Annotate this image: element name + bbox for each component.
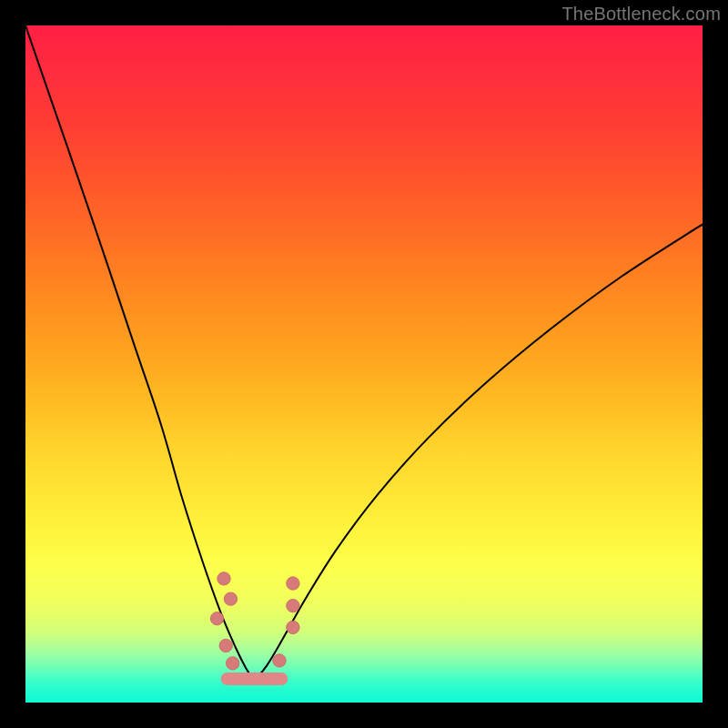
bottleneck-curve — [25, 25, 703, 679]
data-marker-0 — [217, 572, 230, 585]
data-marker-7 — [287, 621, 299, 633]
data-marker-5 — [287, 577, 299, 590]
data-marker-3 — [219, 639, 232, 652]
curve-layer — [25, 25, 703, 703]
plot-area — [25, 25, 703, 703]
data-marker-1 — [224, 592, 237, 605]
watermark: TheBottleneck.com — [561, 4, 721, 25]
data-marker-6 — [287, 599, 299, 612]
data-marker-4 — [226, 657, 238, 670]
data-marker-2 — [210, 612, 223, 625]
data-marker-8 — [273, 654, 286, 667]
